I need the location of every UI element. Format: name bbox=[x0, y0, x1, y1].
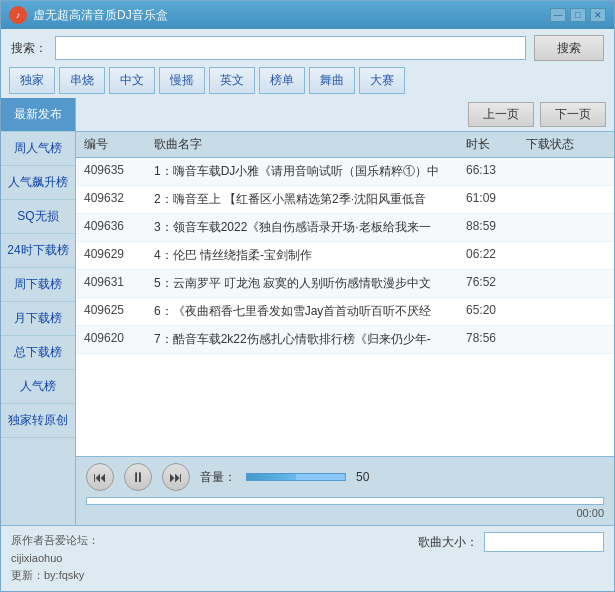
tab-chinese[interactable]: 中文 bbox=[109, 67, 155, 94]
sidebar-item-weekly-dl[interactable]: 周下载榜 bbox=[1, 268, 75, 302]
song-id: 409631 bbox=[84, 275, 154, 292]
volume-label: 音量： bbox=[200, 469, 236, 486]
tab-exclusive[interactable]: 独家 bbox=[9, 67, 55, 94]
song-id: 409625 bbox=[84, 303, 154, 320]
player-controls: ⏮ ⏸ ⏭ 音量： 50 bbox=[86, 463, 604, 491]
song-status bbox=[526, 247, 606, 264]
player-bar: ⏮ ⏸ ⏭ 音量： 50 00:00 bbox=[76, 456, 614, 525]
song-duration: 65:20 bbox=[466, 303, 526, 320]
sidebar-item-popularity[interactable]: 人气榜 bbox=[1, 370, 75, 404]
sidebar-item-exclusive-original[interactable]: 独家转原创 bbox=[1, 404, 75, 438]
song-status bbox=[526, 191, 606, 208]
pagination-header: 上一页 下一页 bbox=[76, 98, 614, 131]
tab-slow[interactable]: 慢摇 bbox=[159, 67, 205, 94]
footer-file-size: 歌曲大小： bbox=[418, 532, 604, 552]
author-name: cijixiaohuo bbox=[11, 550, 99, 568]
search-label: 搜索： bbox=[11, 40, 47, 57]
song-status bbox=[526, 275, 606, 292]
search-button[interactable]: 搜索 bbox=[534, 35, 604, 61]
search-input[interactable] bbox=[55, 36, 526, 60]
volume-fill bbox=[247, 474, 296, 480]
tab-contest[interactable]: 大赛 bbox=[359, 67, 405, 94]
pause-button[interactable]: ⏸ bbox=[124, 463, 152, 491]
song-id: 409632 bbox=[84, 191, 154, 208]
song-status bbox=[526, 303, 606, 320]
table-row[interactable]: 409629 4：伦巴 情丝绕指柔-宝剑制作 06:22 bbox=[76, 242, 614, 270]
table-row[interactable]: 409620 7：酷音车载2k22伤感扎心情歌排行榜《归来仍少年- 78:56 bbox=[76, 326, 614, 354]
prev-track-button[interactable]: ⏮ bbox=[86, 463, 114, 491]
minimize-button[interactable]: — bbox=[550, 8, 566, 22]
sidebar: 最新发布 周人气榜 人气飙升榜 SQ无损 24时下载榜 周下载榜 月下载榜 总下… bbox=[1, 98, 76, 525]
song-id: 409629 bbox=[84, 247, 154, 264]
tab-charts[interactable]: 榜单 bbox=[259, 67, 305, 94]
song-name: 4：伦巴 情丝绕指柔-宝剑制作 bbox=[154, 247, 466, 264]
song-status bbox=[526, 331, 606, 348]
table-row[interactable]: 409631 5：云南罗平 叮龙泡 寂寞的人别听伤感情歌漫步中文 76:52 bbox=[76, 270, 614, 298]
song-name: 6：《夜曲稻香七里香发如雪Jay首首动听百听不厌经 bbox=[154, 303, 466, 320]
sidebar-item-daily-dl[interactable]: 24时下载榜 bbox=[1, 234, 75, 268]
nav-tabs: 独家 串烧 中文 慢摇 英文 榜单 舞曲 大赛 bbox=[1, 67, 614, 94]
tab-mix[interactable]: 串烧 bbox=[59, 67, 105, 94]
sidebar-item-latest[interactable]: 最新发布 bbox=[1, 98, 75, 132]
table-row[interactable]: 409636 3：领音车载2022《独自伤感语录开场·老板给我来一 88:59 bbox=[76, 214, 614, 242]
song-duration: 66:13 bbox=[466, 163, 526, 180]
song-id: 409636 bbox=[84, 219, 154, 236]
volume-number: 50 bbox=[356, 470, 369, 484]
author-label: 原作者吾爱论坛： bbox=[11, 532, 99, 550]
file-size-label: 歌曲大小： bbox=[418, 534, 478, 551]
footer-author: 原作者吾爱论坛： cijixiaohuo 更新：by:fqsky bbox=[11, 532, 99, 585]
search-bar: 搜索： 搜索 bbox=[1, 29, 614, 67]
song-duration: 06:22 bbox=[466, 247, 526, 264]
content-area: 上一页 下一页 编号 歌曲名字 时长 下载状态 409635 1：嗨音车载DJ小… bbox=[76, 98, 614, 525]
progress-bar[interactable] bbox=[86, 497, 604, 505]
song-duration: 76:52 bbox=[466, 275, 526, 292]
sidebar-item-rising[interactable]: 人气飙升榜 bbox=[1, 166, 75, 200]
col-header-duration: 时长 bbox=[466, 136, 526, 153]
sidebar-item-total-dl[interactable]: 总下载榜 bbox=[1, 336, 75, 370]
song-name: 5：云南罗平 叮龙泡 寂寞的人别听伤感情歌漫步中文 bbox=[154, 275, 466, 292]
progress-bar-container: 00:00 bbox=[86, 497, 604, 519]
table-row[interactable]: 409632 2：嗨音至上 【红番区小黑精选第2季·沈阳风重低音 61:09 bbox=[76, 186, 614, 214]
song-id: 409635 bbox=[84, 163, 154, 180]
tab-dance[interactable]: 舞曲 bbox=[309, 67, 355, 94]
footer: 原作者吾爱论坛： cijixiaohuo 更新：by:fqsky 歌曲大小： bbox=[1, 525, 614, 591]
prev-page-button[interactable]: 上一页 bbox=[468, 102, 534, 127]
next-page-button[interactable]: 下一页 bbox=[540, 102, 606, 127]
next-track-button[interactable]: ⏭ bbox=[162, 463, 190, 491]
sidebar-item-monthly-dl[interactable]: 月下载榜 bbox=[1, 302, 75, 336]
col-header-id: 编号 bbox=[84, 136, 154, 153]
main-content: 最新发布 周人气榜 人气飙升榜 SQ无损 24时下载榜 周下载榜 月下载榜 总下… bbox=[1, 98, 614, 525]
main-window: ♪ 虚无超高清音质DJ音乐盒 — □ ✕ 搜索： 搜索 独家 串烧 中文 慢摇 … bbox=[0, 0, 615, 592]
song-duration: 61:09 bbox=[466, 191, 526, 208]
window-controls: — □ ✕ bbox=[550, 8, 606, 22]
song-name: 1：嗨音车载DJ小雅《请用音响试听（国乐精粹①）中 bbox=[154, 163, 466, 180]
update-label: 更新：by:fqsky bbox=[11, 567, 99, 585]
table-row[interactable]: 409625 6：《夜曲稻香七里香发如雪Jay首首动听百听不厌经 65:20 bbox=[76, 298, 614, 326]
song-name: 2：嗨音至上 【红番区小黑精选第2季·沈阳风重低音 bbox=[154, 191, 466, 208]
sidebar-item-sq[interactable]: SQ无损 bbox=[1, 200, 75, 234]
song-status bbox=[526, 219, 606, 236]
time-display: 00:00 bbox=[86, 507, 604, 519]
song-duration: 78:56 bbox=[466, 331, 526, 348]
col-header-status: 下载状态 bbox=[526, 136, 606, 153]
song-id: 409620 bbox=[84, 331, 154, 348]
close-button[interactable]: ✕ bbox=[590, 8, 606, 22]
song-status bbox=[526, 163, 606, 180]
song-name: 7：酷音车载2k22伤感扎心情歌排行榜《归来仍少年- bbox=[154, 331, 466, 348]
volume-bar[interactable] bbox=[246, 473, 346, 481]
col-header-name: 歌曲名字 bbox=[154, 136, 466, 153]
window-title: 虚无超高清音质DJ音乐盒 bbox=[33, 7, 550, 24]
title-bar: ♪ 虚无超高清音质DJ音乐盒 — □ ✕ bbox=[1, 1, 614, 29]
tab-english[interactable]: 英文 bbox=[209, 67, 255, 94]
song-name: 3：领音车载2022《独自伤感语录开场·老板给我来一 bbox=[154, 219, 466, 236]
file-size-input[interactable] bbox=[484, 532, 604, 552]
song-duration: 88:59 bbox=[466, 219, 526, 236]
table-header: 编号 歌曲名字 时长 下载状态 bbox=[76, 131, 614, 158]
song-list: 409635 1：嗨音车载DJ小雅《请用音响试听（国乐精粹①）中 66:13 4… bbox=[76, 158, 614, 456]
app-icon: ♪ bbox=[9, 6, 27, 24]
maximize-button[interactable]: □ bbox=[570, 8, 586, 22]
table-row[interactable]: 409635 1：嗨音车载DJ小雅《请用音响试听（国乐精粹①）中 66:13 bbox=[76, 158, 614, 186]
sidebar-item-weekly-hot[interactable]: 周人气榜 bbox=[1, 132, 75, 166]
